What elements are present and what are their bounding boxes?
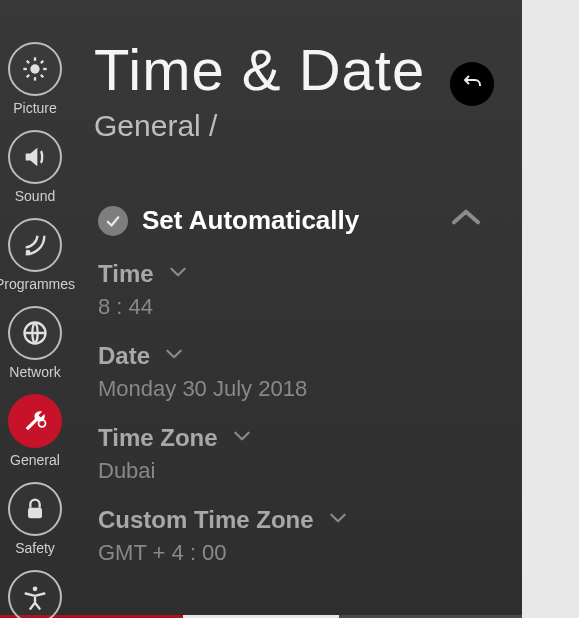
globe-icon: [8, 306, 62, 360]
setting-title: Custom Time Zone: [98, 506, 314, 534]
accessibility-icon: [8, 570, 62, 618]
speaker-icon: [8, 130, 62, 184]
page-title: Time & Date: [94, 40, 502, 101]
svg-point-9: [26, 250, 31, 255]
back-arrow-icon: [460, 70, 484, 98]
sidebar-label: General: [10, 452, 60, 468]
setting-date[interactable]: Date Monday 30 July 2018: [98, 342, 482, 402]
header: Time & Date General /: [94, 40, 502, 143]
chevron-down-icon: [168, 265, 188, 283]
set-automatically-label: Set Automatically: [142, 205, 359, 236]
setting-title: Date: [98, 342, 150, 370]
svg-point-0: [30, 64, 39, 73]
sidebar-item-sound[interactable]: Sound: [8, 130, 62, 204]
sidebar-item-programmes[interactable]: Programmes: [0, 218, 75, 292]
sidebar-label: Network: [9, 364, 60, 380]
setting-title: Time: [98, 260, 154, 288]
chevron-down-icon: [232, 429, 252, 447]
sidebar-label: Safety: [15, 540, 55, 556]
chevron-down-icon: [164, 347, 184, 365]
settings-sidebar: Picture Sound Programmes Network General: [0, 42, 70, 618]
set-automatically-toggle[interactable]: Set Automatically: [98, 205, 482, 236]
checkmark-icon: [98, 206, 128, 236]
setting-title: Time Zone: [98, 424, 218, 452]
chevron-down-icon: [328, 511, 348, 529]
settings-panel: Picture Sound Programmes Network General: [0, 0, 522, 618]
wrench-gear-icon: [8, 394, 62, 448]
sidebar-item-network[interactable]: Network: [8, 306, 62, 380]
sidebar-item-safety[interactable]: Safety: [8, 482, 62, 556]
svg-line-5: [27, 61, 29, 63]
sidebar-label: Programmes: [0, 276, 75, 292]
svg-point-13: [33, 587, 38, 592]
setting-value: 8 : 44: [98, 294, 482, 320]
sidebar-item-general[interactable]: General: [8, 394, 62, 468]
sidebar-item-accessibility[interactable]: [8, 570, 62, 618]
svg-line-8: [41, 61, 43, 63]
sidebar-item-picture[interactable]: Picture: [8, 42, 62, 116]
setting-time-zone[interactable]: Time Zone Dubai: [98, 424, 482, 484]
setting-value: Monday 30 July 2018: [98, 376, 482, 402]
back-button[interactable]: [450, 62, 494, 106]
settings-list: Set Automatically Time 8 : 44 Date Monda…: [98, 205, 482, 588]
breadcrumb: General /: [94, 109, 502, 143]
sidebar-label: Picture: [13, 100, 57, 116]
setting-value: Dubai: [98, 458, 482, 484]
brightness-icon: [8, 42, 62, 96]
svg-line-6: [41, 75, 43, 77]
svg-rect-12: [28, 508, 42, 518]
setting-value: GMT + 4 : 00: [98, 540, 482, 566]
setting-custom-time-zone[interactable]: Custom Time Zone GMT + 4 : 00: [98, 506, 482, 566]
satellite-icon: [8, 218, 62, 272]
lock-icon: [8, 482, 62, 536]
svg-line-7: [27, 75, 29, 77]
setting-time[interactable]: Time 8 : 44: [98, 260, 482, 320]
sidebar-label: Sound: [15, 188, 55, 204]
